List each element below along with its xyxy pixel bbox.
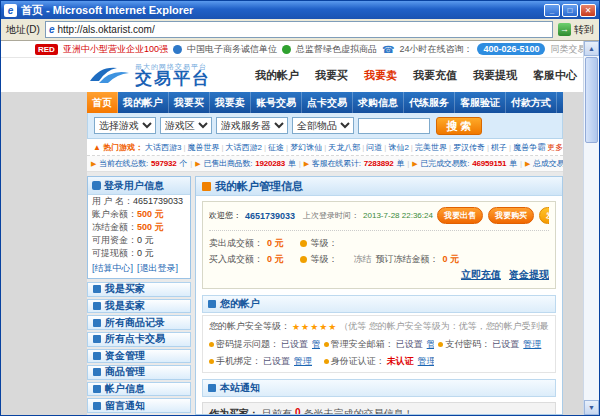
bullet-icon (209, 342, 214, 347)
server-select[interactable]: 游戏服务器 (216, 117, 288, 134)
manage-link[interactable]: 管理 (427, 338, 435, 351)
withdrawable-row: 可提现额：0 元 (88, 247, 190, 260)
menu-bullet-icon (93, 285, 101, 293)
withdraw-link[interactable]: 资金提现 (509, 268, 549, 282)
hotline-label: 24小时在线咨询： (399, 43, 472, 56)
nav-sell[interactable]: 我要卖 (210, 92, 251, 113)
go-button[interactable]: → 转到 (558, 23, 594, 37)
header-link-my-account[interactable]: 我的帐户 (255, 68, 299, 83)
more-games-link[interactable]: 更多>> (547, 142, 563, 153)
header-link-withdraw[interactable]: 我要提现 (473, 68, 517, 83)
nav-leveling[interactable]: 代练服务 (404, 92, 455, 113)
hot-game-link[interactable]: 魔兽争霸 (511, 142, 547, 153)
address-input[interactable] (57, 24, 549, 35)
last-login-label: 上次登录时间： (303, 210, 359, 221)
menu-bullet-icon (93, 402, 101, 410)
phone-icon: ☎ (382, 44, 394, 55)
nav-wanted[interactable]: 求购信息 (353, 92, 404, 113)
keyword-input[interactable] (358, 118, 430, 134)
header-link-service[interactable]: 客服中心 (533, 68, 577, 83)
region-select[interactable]: 游戏区 (160, 117, 212, 134)
address-bar: 地址(D) e → 转到 (1, 19, 599, 41)
sidebar-item-buyer[interactable]: 我是买家 (87, 282, 191, 297)
star-rating-icon: ★★★★★ (292, 322, 337, 332)
sidebar-item-goods-manage[interactable]: 商品管理 (87, 365, 191, 380)
panel-bullet-icon (202, 182, 211, 191)
menu-bullet-icon (93, 302, 101, 310)
buy-button[interactable]: 我要购买 (488, 207, 534, 224)
post-wanted-button[interactable]: 发布求购 (539, 207, 549, 224)
sidebar-item-messages[interactable]: 留言通知 (87, 398, 191, 413)
logout-link[interactable]: [退出登录] (137, 262, 178, 275)
security-item-pay-password: 支付密码： 已设置 管理 (438, 338, 549, 351)
sidebar-item-account-info[interactable]: 帐户信息 (87, 382, 191, 397)
megaphone-icon: ▶ (195, 160, 200, 168)
window-title: 首页 - Microsoft Internet Explorer (21, 3, 193, 18)
hot-game-link[interactable]: 完美世界 (413, 142, 449, 153)
hot-game-link[interactable]: 魔兽世界 (185, 142, 221, 153)
security-level-label: 您的帐户安全等级： (209, 320, 290, 333)
hot-game-link[interactable]: 征途 (266, 142, 286, 153)
scroll-up-icon[interactable]: ▲ (584, 41, 599, 56)
frozen-row: 冻结金额：500 元 (88, 221, 190, 234)
hot-games-label: 热门游戏： (103, 142, 143, 153)
red-badge: RED (35, 44, 58, 55)
stats-bar: ▶ 当前在线总数:597932个 | ▶ 已售出商品数:1920283单 | ▶… (87, 156, 563, 172)
nav-home[interactable]: 首页 (87, 92, 118, 113)
manage-link[interactable]: 管理 (418, 355, 435, 368)
site-logo[interactable]: 最大的网络交易平台 交易平台 (87, 63, 211, 87)
hot-game-link[interactable]: 棋子 (489, 142, 509, 153)
honor-text-1: 亚洲中小型营业企业100强 (63, 43, 168, 56)
security-item-password-question: 密码提示问题： 已设置 管理 (209, 338, 320, 351)
nav-my-account[interactable]: 我的帐户 (118, 92, 169, 113)
address-label: 地址(D) (6, 23, 40, 37)
recharge-link[interactable]: 立即充值 (461, 268, 501, 282)
sidebar-item-goods-records[interactable]: 所有商品记录 (87, 315, 191, 330)
sidebar-item-funds[interactable]: 资金管理 (87, 349, 191, 364)
nav-buy[interactable]: 我要买 (169, 92, 210, 113)
close-button[interactable]: ✕ (580, 4, 596, 17)
notice-section-header: 本站通知 (202, 379, 556, 397)
minimize-button[interactable]: _ (544, 4, 560, 17)
vertical-scrollbar[interactable]: ▲ ▼ (583, 41, 599, 415)
hot-game-link[interactable]: 大话西游2 (224, 142, 264, 153)
header-link-buy[interactable]: 我要买 (315, 68, 348, 83)
header-links: 我的帐户 我要买 我要卖 我要充值 我要提现 客服中心 (255, 68, 577, 83)
sidebar-item-seller[interactable]: 我是卖家 (87, 299, 191, 314)
game-select[interactable]: 选择游戏 (94, 117, 156, 134)
maximize-button[interactable]: □ (562, 4, 578, 17)
manage-link[interactable]: 管理 (312, 338, 320, 351)
hot-games-bar: ▲ 热门游戏： 大话西游3| 魔兽世界| 大话西游2| 征途| 梦幻诛仙| 天龙… (87, 139, 563, 156)
user-icon (92, 181, 101, 190)
nav-service-verify[interactable]: 客服验证 (455, 92, 506, 113)
username: 4651739033 (245, 211, 295, 221)
nav-account-trade[interactable]: 账号交易 (251, 92, 302, 113)
header-link-recharge[interactable]: 我要充值 (413, 68, 457, 83)
item-type-select[interactable]: 全部物品 (292, 117, 354, 134)
hot-game-link[interactable]: 梦幻诛仙 (288, 142, 324, 153)
security-item-id-verify: 身份证认证： 未认证 管理 (324, 355, 435, 368)
settlement-center-link[interactable]: [结算中心] (92, 262, 133, 275)
nav-payment[interactable]: 付款方式 (506, 92, 557, 113)
level-icon (300, 240, 307, 247)
sidebar-item-card-trades[interactable]: 所有点卡交易 (87, 332, 191, 347)
scroll-down-icon[interactable]: ▼ (584, 400, 599, 415)
flame-icon: ▲ (93, 143, 101, 152)
hot-game-link[interactable]: 诛仙2 (386, 142, 410, 153)
search-button[interactable]: 搜 索 (436, 117, 482, 135)
manage-link[interactable]: 管理 (294, 355, 312, 368)
manage-link[interactable]: 管理 (523, 338, 541, 351)
header-link-sell[interactable]: 我要卖 (364, 68, 397, 83)
buyer-notice: 作为买家： 目前有 0 条尚未完成的交易信息！ (202, 402, 556, 415)
hot-game-link[interactable]: 大话西游3 (143, 142, 183, 153)
hot-game-link[interactable]: 罗汉传奇 (451, 142, 487, 153)
hot-game-link[interactable]: 天龙八部 (326, 142, 362, 153)
honor-text-2: 中国电子商务诚信单位 (187, 43, 277, 56)
scrollbar-thumb[interactable] (585, 57, 598, 143)
security-item-safe-email: 管理安全邮箱： 已设置 管理 (324, 338, 435, 351)
browser-window: e 首页 - Microsoft Internet Explorer _ □ ✕… (0, 0, 600, 416)
hot-game-link[interactable]: 问道 (364, 142, 384, 153)
hotline-number: 400-026-5100 (477, 43, 545, 55)
nav-card-trade[interactable]: 点卡交易 (302, 92, 353, 113)
sell-button[interactable]: 我要出售 (437, 207, 483, 224)
